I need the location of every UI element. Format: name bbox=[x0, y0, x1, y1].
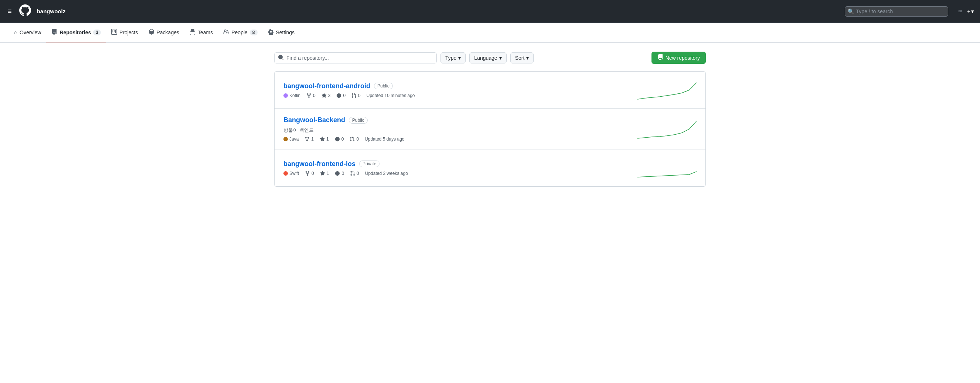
chevron-down-icon: ▾ bbox=[971, 8, 974, 15]
hamburger-button[interactable]: ≡ bbox=[6, 6, 13, 17]
repo-prs: 0 bbox=[352, 93, 361, 98]
language-dropdown-button[interactable]: Language ▾ bbox=[469, 52, 506, 63]
plus-icon: + bbox=[967, 8, 970, 14]
language-dot-icon bbox=[283, 93, 288, 98]
nav-overview-label: Overview bbox=[19, 30, 41, 35]
new-item-button[interactable]: + ▾ bbox=[967, 8, 974, 15]
repo-prs: 0 bbox=[350, 171, 359, 176]
repository-list: bangwool-frontend-android Public Kotlin … bbox=[274, 71, 706, 187]
home-icon: ⌂ bbox=[14, 29, 18, 35]
stars-count: 1 bbox=[326, 136, 329, 142]
repo-name-link[interactable]: bangwool-frontend-android bbox=[283, 82, 370, 90]
main-content: Type ▾ Language ▾ Sort ▾ New repository … bbox=[268, 43, 712, 196]
sidebar-item-teams[interactable]: Teams bbox=[185, 23, 218, 43]
repo-name-link[interactable]: bangwool-frontend-ios bbox=[283, 160, 355, 168]
repo-name-link[interactable]: Bangwool-Backend bbox=[283, 116, 345, 124]
sidebar-item-projects[interactable]: Projects bbox=[106, 23, 143, 43]
repo-title-row: bangwool-frontend-ios Private bbox=[283, 160, 638, 168]
new-repository-label: New repository bbox=[665, 55, 700, 61]
nav-teams-label: Teams bbox=[198, 30, 213, 35]
nav-repositories-label: Repositories bbox=[59, 30, 91, 35]
repo-title-row: bangwool-frontend-android Public bbox=[283, 82, 638, 90]
repo-language: Java bbox=[283, 136, 299, 142]
type-dropdown-button[interactable]: Type ▾ bbox=[441, 52, 466, 63]
org-navigation: ⌂ Overview Repositories 3 Projects Packa… bbox=[0, 23, 980, 43]
nav-projects-label: Projects bbox=[119, 30, 138, 35]
repo-visibility-badge: Public bbox=[374, 83, 393, 89]
repo-prs: 0 bbox=[350, 136, 359, 142]
type-label: Type bbox=[445, 55, 457, 61]
language-dot-icon bbox=[283, 137, 288, 141]
issues-count: 0 bbox=[342, 136, 344, 142]
sidebar-item-overview[interactable]: ⌂ Overview bbox=[9, 23, 46, 42]
language-dot-icon bbox=[283, 171, 288, 176]
global-search-input[interactable] bbox=[845, 6, 948, 17]
projects-icon bbox=[111, 29, 117, 36]
repo-meta: Swift 0 1 0 bbox=[283, 171, 638, 176]
repo-forks: 0 bbox=[306, 93, 316, 98]
repo-search-wrap bbox=[274, 52, 437, 63]
prs-count: 0 bbox=[356, 171, 359, 176]
sidebar-item-packages[interactable]: Packages bbox=[143, 23, 185, 43]
activity-chart bbox=[638, 157, 697, 179]
language-name: Java bbox=[290, 136, 299, 142]
github-logo-icon bbox=[19, 5, 31, 19]
repo-stars: 3 bbox=[321, 93, 331, 98]
repo-icon bbox=[51, 29, 57, 36]
nav-people-label: People bbox=[231, 30, 248, 35]
repo-info: bangwool-frontend-android Public Kotlin … bbox=[283, 82, 638, 98]
sort-label: Sort bbox=[515, 55, 525, 61]
global-search: 🔍 bbox=[845, 6, 948, 17]
repo-meta: Kotlin 0 3 0 bbox=[283, 93, 638, 98]
chevron-down-icon: ▾ bbox=[526, 55, 529, 61]
repo-issues: 0 bbox=[335, 171, 344, 176]
repo-search-input[interactable] bbox=[274, 52, 437, 63]
forks-count: 0 bbox=[312, 171, 314, 176]
repo-meta: Java 1 1 0 0 bbox=[283, 136, 638, 142]
prs-count: 0 bbox=[356, 136, 359, 142]
terminal-icon: ⌨ bbox=[959, 8, 962, 15]
issues-count: 0 bbox=[342, 171, 344, 176]
people-count-badge: 8 bbox=[250, 30, 258, 35]
forks-count: 0 bbox=[313, 93, 316, 98]
repo-language: Swift bbox=[283, 171, 299, 176]
repo-visibility-badge: Private bbox=[359, 160, 380, 167]
activity-chart bbox=[638, 79, 697, 101]
language-label: Language bbox=[474, 55, 497, 61]
language-name: Swift bbox=[290, 171, 299, 176]
sidebar-item-settings[interactable]: Settings bbox=[263, 23, 300, 43]
packages-icon bbox=[148, 29, 154, 36]
repositories-count-badge: 3 bbox=[93, 30, 101, 35]
org-name: bangwoolz bbox=[37, 8, 66, 14]
repo-issues: 0 bbox=[335, 136, 344, 142]
stars-count: 3 bbox=[328, 93, 331, 98]
chevron-down-icon: ▾ bbox=[499, 55, 502, 61]
repo-language: Kotlin bbox=[283, 93, 301, 98]
repo-info: Bangwool-Backend Public 방울이 백엔드 Java 1 bbox=[283, 116, 638, 142]
new-repository-button[interactable]: New repository bbox=[651, 52, 706, 64]
repo-updated: Updated 10 minutes ago bbox=[367, 93, 415, 98]
repo-forks: 1 bbox=[304, 136, 314, 142]
forks-count: 1 bbox=[311, 136, 314, 142]
nav-settings-label: Settings bbox=[276, 30, 295, 35]
app-header: ≡ bangwoolz 🔍 ⌨ + ▾ bbox=[0, 0, 980, 23]
repo-search-icon bbox=[278, 54, 284, 61]
chevron-down-icon: ▾ bbox=[458, 55, 461, 61]
settings-icon bbox=[268, 29, 274, 36]
sidebar-item-people[interactable]: People 8 bbox=[218, 23, 262, 43]
search-icon: 🔍 bbox=[848, 8, 854, 14]
repo-create-icon bbox=[657, 54, 663, 61]
repo-forks: 0 bbox=[305, 171, 314, 176]
table-row: Bangwool-Backend Public 방울이 백엔드 Java 1 bbox=[275, 109, 705, 149]
sort-dropdown-button[interactable]: Sort ▾ bbox=[510, 52, 534, 63]
repo-updated: Updated 2 weeks ago bbox=[365, 171, 408, 176]
repo-stars: 1 bbox=[320, 171, 329, 176]
activity-chart bbox=[638, 118, 697, 140]
repo-description: 방울이 백엔드 bbox=[283, 127, 638, 134]
terminal-button[interactable]: ⌨ bbox=[957, 6, 964, 16]
language-name: Kotlin bbox=[290, 93, 301, 98]
sidebar-item-repositories[interactable]: Repositories 3 bbox=[46, 23, 106, 43]
repo-title-row: Bangwool-Backend Public bbox=[283, 116, 638, 124]
nav-packages-label: Packages bbox=[157, 30, 179, 35]
teams-icon bbox=[189, 29, 196, 36]
